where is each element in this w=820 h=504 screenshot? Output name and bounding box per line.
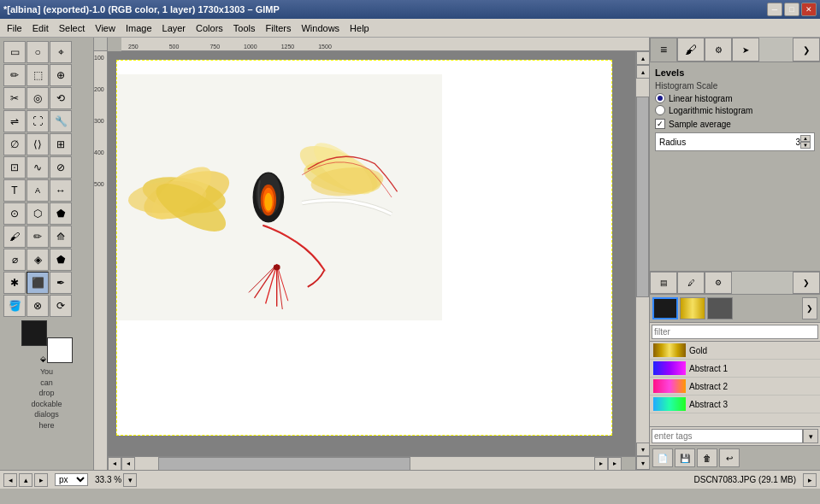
menu-help[interactable]: Help — [345, 21, 375, 35]
hscroll-left-btn[interactable]: ◂ — [108, 457, 121, 471]
tool-convolve[interactable]: ⬛ — [27, 272, 49, 294]
radius-up-btn[interactable]: ▲ — [800, 135, 811, 142]
tool-fuzzy-select[interactable]: ✏ — [3, 64, 26, 86]
menu-windows[interactable]: Windows — [296, 21, 345, 35]
menu-view[interactable]: View — [90, 21, 121, 35]
tool-crop[interactable]: ∅ — [3, 133, 26, 155]
tool-flip[interactable]: ⊘ — [50, 156, 72, 179]
panel-tab-next[interactable]: ➤ — [732, 38, 759, 62]
tool-zoom[interactable]: ⟲ — [50, 87, 72, 109]
panel-tab-paths[interactable]: ⚙ — [705, 38, 732, 62]
tool-smudge[interactable]: ✱ — [3, 272, 26, 294]
tool-airbrush[interactable]: ⟰ — [50, 226, 72, 248]
gradient-item-abstract1[interactable]: Abstract 1 — [650, 360, 820, 378]
tool-blend[interactable]: ⊗ — [27, 295, 49, 317]
hscroll-right-btn[interactable]: ▸ — [594, 457, 608, 471]
swatches-expand-btn[interactable]: ❯ — [802, 297, 817, 319]
vscroll-down2-btn[interactable]: ▾ — [636, 456, 649, 470]
panel-tab-channels[interactable]: 🖌 — [677, 38, 705, 62]
menu-filters[interactable]: Filters — [261, 21, 297, 35]
vscroll-up2-btn[interactable]: ▴ — [636, 65, 649, 79]
tool-measure[interactable]: ⇌ — [3, 110, 26, 132]
tool-ellipse-select[interactable]: ○ — [27, 41, 49, 63]
menu-layer[interactable]: Layer — [157, 21, 192, 35]
filter-input[interactable] — [652, 325, 818, 339]
menu-file[interactable]: File — [2, 21, 27, 35]
menu-tools[interactable]: Tools — [228, 21, 261, 35]
tool-warp[interactable]: ↔ — [50, 179, 72, 202]
tool-mybrush[interactable]: ◈ — [27, 249, 49, 271]
statusbar-right-btn[interactable]: ▸ — [34, 473, 48, 487]
tool-move[interactable]: ⛶ — [27, 110, 49, 132]
tool-eraser[interactable]: ⬟ — [50, 249, 72, 271]
tool-color-picker[interactable]: ◎ — [27, 87, 49, 109]
menu-select[interactable]: Select — [54, 21, 91, 35]
gradient-tab-settings[interactable]: ⚙ — [705, 272, 732, 294]
vscroll-track[interactable] — [636, 79, 649, 442]
radius-down-btn[interactable]: ▼ — [800, 142, 811, 149]
statusbar-up-btn[interactable]: ▴ — [19, 473, 32, 487]
linear-radio[interactable] — [655, 93, 665, 103]
tool-text[interactable]: T — [3, 179, 26, 202]
tool-scissors[interactable]: ⊕ — [50, 64, 72, 86]
sample-average-option[interactable]: ✓ Sample average — [655, 119, 815, 129]
gradient-new-btn[interactable]: 📄 — [652, 448, 673, 467]
maximize-button[interactable]: □ — [784, 3, 799, 16]
tool-free-select[interactable]: ⌖ — [50, 41, 72, 63]
gradient-item-abstract3[interactable]: Abstract 3 — [650, 396, 820, 413]
gradient-item-gold[interactable]: Gold — [650, 342, 820, 360]
reset-colors-icon[interactable]: ⬙ — [40, 355, 46, 363]
gradient-duplicate-btn[interactable]: 💾 — [675, 448, 695, 467]
tool-rotate[interactable]: ⟨⟩ — [27, 133, 49, 155]
panel-tab-layers[interactable]: ≡ — [650, 38, 677, 62]
gradient-item-abstract2[interactable]: Abstract 2 — [650, 378, 820, 396]
tool-paths[interactable]: ✂ — [3, 87, 26, 109]
gradient-refresh-btn[interactable]: ↩ — [719, 448, 740, 467]
tool-dodge[interactable]: ✒ — [50, 272, 72, 294]
close-button[interactable]: ✕ — [801, 3, 817, 16]
tool-bucket-fill[interactable]: 🪣 — [3, 295, 26, 317]
linear-option[interactable]: Linear histogram — [655, 93, 815, 103]
swatch-gold[interactable] — [680, 297, 705, 319]
tool-clone[interactable]: ⬡ — [27, 202, 49, 225]
hscroll-track[interactable] — [135, 457, 594, 471]
menu-colors[interactable]: Colors — [191, 21, 228, 35]
menu-image[interactable]: Image — [121, 21, 157, 35]
tags-input[interactable] — [652, 429, 803, 443]
menu-edit[interactable]: Edit — [27, 21, 54, 35]
vscroll-thumb[interactable] — [636, 97, 649, 296]
hscroll-left2-btn[interactable]: ◂ — [121, 457, 135, 471]
unit-dropdown[interactable]: px mm in — [55, 473, 88, 486]
tool-gradient[interactable]: ⟳ — [50, 295, 72, 317]
swatch-gray[interactable] — [707, 297, 733, 319]
gradient-tab-edit[interactable]: 🖊 — [677, 272, 705, 294]
hscroll-right2-btn[interactable]: ▸ — [608, 457, 622, 471]
zoom-dropdown-btn[interactable]: ▾ — [123, 473, 137, 487]
tool-shear[interactable]: ⊡ — [3, 156, 26, 179]
sample-average-checkbox[interactable]: ✓ — [655, 119, 665, 129]
tool-rect-select[interactable]: ▭ — [3, 41, 26, 63]
logarithmic-option[interactable]: Logarithmic histogram — [655, 105, 815, 115]
hscroll-thumb[interactable] — [158, 457, 410, 471]
canvas-container[interactable]: ◂ ◂ ▸ ▸ — [108, 51, 635, 470]
minimize-button[interactable]: ─ — [767, 3, 782, 16]
tool-3d-transform[interactable]: A — [27, 179, 49, 202]
tool-perspective-clone[interactable]: ⬟ — [50, 202, 72, 225]
background-color[interactable] — [47, 337, 73, 363]
tool-align[interactable]: 🔧 — [50, 110, 72, 132]
panel-expand-btn[interactable]: ❯ — [793, 38, 820, 62]
statusbar-expand-btn[interactable]: ▸ — [803, 473, 817, 487]
tags-expand-btn[interactable]: ▾ — [803, 429, 818, 443]
gradient-delete-btn[interactable]: 🗑 — [697, 448, 717, 467]
radius-input[interactable] — [776, 138, 800, 147]
tool-perspective[interactable]: ∿ — [27, 156, 49, 179]
tool-heal[interactable]: ⊙ — [3, 202, 26, 225]
tool-paintbrush[interactable]: 🖌 — [3, 226, 26, 248]
gradient-tab-list[interactable]: ▤ — [650, 272, 677, 294]
vscroll-down-btn[interactable]: ▾ — [636, 442, 649, 456]
logarithmic-radio[interactable] — [655, 105, 665, 115]
swatch-black[interactable] — [652, 297, 678, 319]
statusbar-left-btn[interactable]: ◂ — [3, 473, 17, 487]
gradient-panel-expand[interactable]: ❯ — [793, 272, 820, 294]
tool-scale[interactable]: ⊞ — [50, 133, 72, 155]
